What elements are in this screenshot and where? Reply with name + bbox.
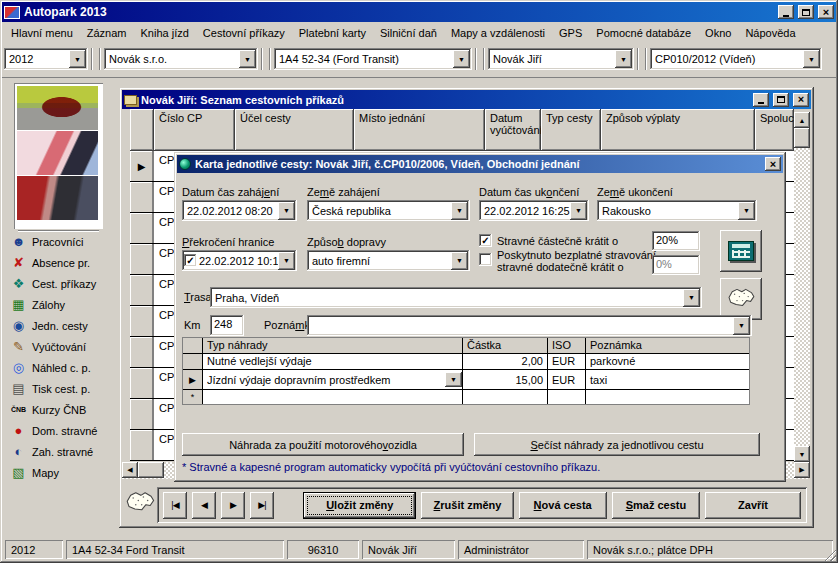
- scroll-up-icon[interactable]: ▲: [794, 112, 810, 128]
- note-select[interactable]: ▼: [307, 315, 752, 336]
- close-button[interactable]: ×: [765, 157, 781, 171]
- sidebar-item-zah-stravne[interactable]: ◐Zah. stravné: [10, 441, 112, 462]
- border-crossing-checkbox[interactable]: ✓: [184, 254, 197, 267]
- nav-prev-button[interactable]: ◀: [192, 492, 216, 519]
- cancel-changes-button[interactable]: Zrušit změny: [421, 492, 513, 519]
- chevron-down-icon[interactable]: ▼: [733, 317, 750, 335]
- refund-type-select[interactable]: Jízdní výdaje dopravním prostředkem ▼: [203, 370, 463, 389]
- chevron-down-icon[interactable]: ▼: [615, 50, 632, 68]
- end-datetime-select[interactable]: 22.02.2012 16:25▼: [479, 200, 589, 221]
- menu-okno[interactable]: Okno: [698, 24, 738, 42]
- menu-pomocne-databaze[interactable]: Pomocné databáze: [589, 24, 698, 42]
- sidebar-item-nahled[interactable]: ◎Náhled c. p.: [10, 357, 112, 378]
- column-header-ucel-cesty[interactable]: Účel cesty: [235, 109, 354, 151]
- free-meal-percent-field[interactable]: 0%: [652, 255, 700, 275]
- row-selector[interactable]: [130, 275, 154, 305]
- refund-row[interactable]: Nutné vedlejší výdaje 2,00 EUR parkovné: [183, 354, 749, 370]
- meal-cut-percent-field[interactable]: 20%: [652, 231, 700, 251]
- start-country-select[interactable]: Česká republika▼: [307, 200, 470, 221]
- delete-trip-button[interactable]: Smaž cestu: [612, 492, 700, 519]
- close-dialog-button[interactable]: Zavřít: [705, 492, 801, 519]
- row-selector[interactable]: [130, 368, 154, 398]
- menu-napoveda[interactable]: Nápověda: [738, 24, 802, 42]
- chevron-down-icon[interactable]: ▼: [239, 50, 256, 68]
- chevron-down-icon[interactable]: ▼: [69, 50, 86, 68]
- meal-cut-checkbox[interactable]: ✓: [479, 234, 492, 247]
- sidebar-item-cest-prikazy[interactable]: ❖Cest. příkazy: [10, 273, 112, 294]
- vertical-scrollbar[interactable]: ▲ ▼: [794, 112, 810, 462]
- row-selector[interactable]: [183, 354, 203, 369]
- chevron-down-icon[interactable]: ▼: [453, 50, 470, 68]
- new-trip-button[interactable]: Nová cesta: [519, 492, 607, 519]
- refund-new-row[interactable]: *: [183, 390, 749, 404]
- sidebar-item-jedn-cesty[interactable]: ◉Jedn. cesty: [10, 315, 112, 336]
- sum-refunds-button[interactable]: Sečíst náhrady za jednotlivou cestu: [474, 433, 760, 456]
- sidebar-item-absence[interactable]: ✘Absence pr.: [10, 252, 112, 273]
- transport-mode-select[interactable]: auto firemní▼: [307, 250, 470, 271]
- company-select[interactable]: Novák s.r.o. ▼: [104, 48, 258, 70]
- scrollbar-thumb[interactable]: [794, 128, 810, 148]
- year-select[interactable]: 2012 ▼: [4, 48, 88, 70]
- chevron-down-icon[interactable]: ▼: [445, 372, 462, 387]
- close-button[interactable]: ×: [818, 5, 834, 19]
- calculator-button[interactable]: [720, 230, 762, 272]
- map-button[interactable]: [720, 278, 762, 320]
- row-selector[interactable]: [130, 213, 154, 243]
- row-selector[interactable]: ▶: [183, 370, 203, 389]
- sidebar-item-zalohy[interactable]: ▦Zálohy: [10, 294, 112, 315]
- chevron-down-icon[interactable]: ▼: [278, 202, 295, 220]
- menu-platebni-karty[interactable]: Platební karty: [292, 24, 373, 42]
- column-header-datum-vyuctovani[interactable]: Datum vyúčtování: [485, 109, 541, 151]
- column-header-cislo-cp[interactable]: Číslo CP: [154, 109, 235, 151]
- menu-zaznam[interactable]: Záznam: [80, 24, 134, 42]
- person-select[interactable]: Novák Jiří ▼: [488, 48, 634, 70]
- menu-silnicni-dan[interactable]: Silniční daň: [373, 24, 444, 42]
- row-selector[interactable]: [130, 306, 154, 336]
- sidebar-item-vyuctovani[interactable]: ✎Vyúčtování: [10, 336, 112, 357]
- row-selector[interactable]: ▶: [130, 151, 154, 181]
- row-selector[interactable]: [130, 430, 154, 460]
- menu-gps[interactable]: GPS: [552, 24, 589, 42]
- minimize-button[interactable]: [753, 93, 769, 107]
- column-header-zpusob-vyplaty[interactable]: Způsob výplaty: [601, 109, 755, 151]
- minimize-button[interactable]: [778, 5, 794, 19]
- sidebar-item-kurzy-cnb[interactable]: ČNBKurzy ČNB: [10, 399, 112, 420]
- dialog-titlebar[interactable]: Karta jednotlivé cesty: Novák Jiří, č.CP…: [177, 155, 783, 173]
- sidebar-item-pracovnici[interactable]: ☻Pracovníci: [10, 231, 112, 252]
- column-header-typ-cesty[interactable]: Typ cesty: [541, 109, 601, 151]
- chevron-down-icon[interactable]: ▼: [803, 50, 820, 68]
- vehicle-refund-button[interactable]: Náhrada za použití motorového vozidla: [182, 433, 464, 456]
- menu-cestovni-prikazy[interactable]: Cestovní příkazy: [196, 24, 292, 42]
- menu-kniha-jizd[interactable]: Kniha jízd: [134, 24, 196, 42]
- nav-last-button[interactable]: ▶|: [250, 492, 274, 519]
- row-selector[interactable]: [130, 337, 154, 367]
- maximize-button[interactable]: [773, 93, 789, 107]
- menu-mapy-a-vzdalenosti[interactable]: Mapy a vzdálenosti: [444, 24, 552, 42]
- row-selector[interactable]: [130, 399, 154, 429]
- sidebar-item-dom-stravne[interactable]: ●Dom. stravné: [10, 420, 112, 441]
- end-country-select[interactable]: Rakousko▼: [597, 200, 757, 221]
- chevron-down-icon[interactable]: ▼: [570, 202, 587, 220]
- sidebar-item-mapy[interactable]: ▧Mapy: [10, 462, 112, 483]
- scroll-left-icon[interactable]: ◀: [122, 462, 138, 478]
- vehicle-select[interactable]: 1A4 52-34 (Ford Transit) ▼: [274, 48, 472, 70]
- trip-select[interactable]: CP010/2012 (Vídeň) ▼: [650, 48, 822, 70]
- chevron-down-icon[interactable]: ▼: [738, 202, 755, 220]
- chevron-down-icon[interactable]: ▼: [451, 252, 468, 270]
- scroll-right-icon[interactable]: ▶: [794, 462, 810, 478]
- scroll-down-icon[interactable]: ▼: [794, 446, 810, 462]
- nav-next-button[interactable]: ▶: [221, 492, 245, 519]
- column-header-spolucestujici[interactable]: Spoluc: [755, 109, 794, 151]
- start-datetime-select[interactable]: 22.02.2012 08:20▼: [182, 200, 297, 221]
- free-meal-checkbox[interactable]: [479, 253, 492, 266]
- route-select[interactable]: Praha, Vídeň▼: [210, 287, 702, 308]
- chevron-down-icon[interactable]: ▼: [278, 252, 295, 270]
- row-selector[interactable]: [130, 182, 154, 212]
- border-crossing-select[interactable]: ✓ 22.02.2012 10:15 ▼: [182, 250, 297, 271]
- scrollbar-thumb[interactable]: [138, 462, 164, 478]
- column-header-misto-jednani[interactable]: Místo jednání: [354, 109, 485, 151]
- km-field[interactable]: 248: [210, 315, 244, 336]
- refund-row-selected[interactable]: ▶ Jízdní výdaje dopravním prostředkem ▼ …: [183, 370, 749, 390]
- close-button[interactable]: ×: [793, 93, 809, 107]
- save-changes-button[interactable]: Uložit změny: [303, 492, 416, 519]
